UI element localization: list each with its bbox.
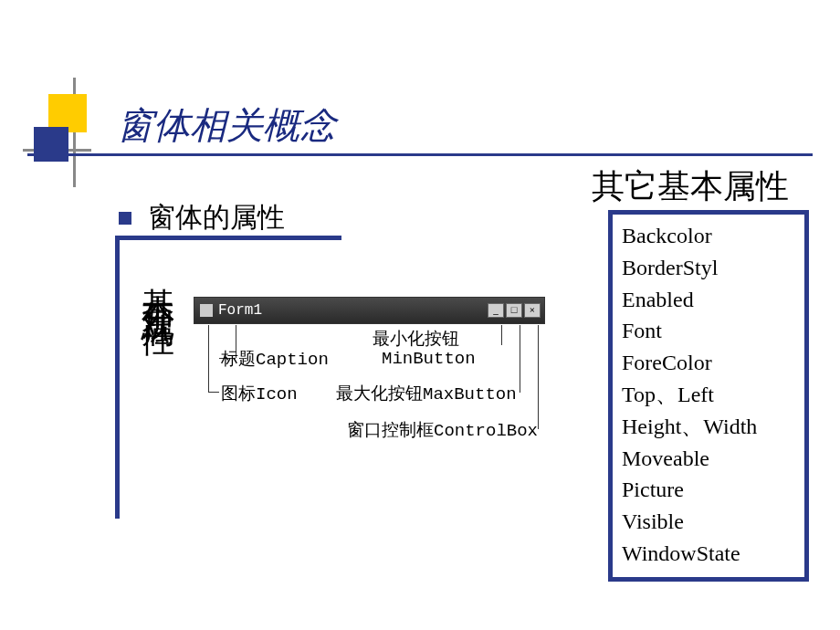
prop-top-left: Top、Left bbox=[622, 379, 795, 411]
bullet-icon bbox=[119, 212, 131, 225]
form-icon bbox=[200, 304, 213, 317]
anno-min-cn: 最小化按钮 bbox=[373, 327, 459, 351]
decor-blue-square bbox=[34, 127, 68, 162]
other-properties-heading: 其它基本属性 bbox=[592, 164, 789, 209]
prop-windowstate: WindowState bbox=[622, 538, 795, 570]
anno-line-controlbox bbox=[538, 325, 539, 429]
prop-picture: Picture bbox=[622, 474, 795, 506]
anno-line-min bbox=[501, 325, 502, 345]
minimize-button[interactable]: _ bbox=[488, 303, 504, 318]
prop-height-width: Height、Width bbox=[622, 411, 795, 443]
form-titlebar-left: Form1 bbox=[198, 302, 262, 319]
subtitle-vertical-line bbox=[115, 236, 120, 519]
anno-caption: 标题Caption bbox=[221, 347, 329, 371]
subtitle-row: 窗体的属性 bbox=[119, 199, 285, 236]
prop-forecolor: ForeColor bbox=[622, 347, 795, 379]
prop-backcolor: Backcolor bbox=[622, 220, 795, 252]
subtitle-text: 窗体的属性 bbox=[148, 199, 285, 236]
anno-controlbox: 窗口控制框ControlBox bbox=[347, 418, 538, 442]
prop-visible: Visible bbox=[622, 506, 795, 538]
form-window: Form1 _ □ × bbox=[194, 297, 545, 324]
prop-enabled: Enabled bbox=[622, 284, 795, 316]
anno-line-icon bbox=[208, 325, 209, 392]
anno-line-max bbox=[520, 325, 520, 393]
form-titlebar: Form1 _ □ × bbox=[194, 298, 544, 323]
anno-line-icon-h bbox=[208, 392, 219, 393]
anno-min-en: MinButton bbox=[382, 349, 476, 369]
form-title-text: Form1 bbox=[218, 302, 262, 319]
maximize-button[interactable]: □ bbox=[506, 303, 522, 318]
basic-appearance-label: 基本外观属性 bbox=[135, 261, 180, 305]
prop-borderstyle: BorderStyl bbox=[622, 252, 795, 284]
slide-title: 窗体相关概念 bbox=[117, 100, 336, 151]
prop-font: Font bbox=[622, 315, 795, 347]
title-underline bbox=[27, 153, 813, 156]
anno-icon: 图标Icon bbox=[221, 382, 298, 405]
slide-corner-decoration bbox=[23, 78, 96, 187]
anno-max: 最大化按钮MaxButton bbox=[336, 382, 517, 405]
prop-moveable: Moveable bbox=[622, 443, 795, 475]
subtitle-underline bbox=[115, 236, 341, 240]
property-list-box: Backcolor BorderStyl Enabled Font ForeCo… bbox=[608, 210, 809, 582]
close-button[interactable]: × bbox=[524, 303, 541, 318]
form-window-controls: _ □ × bbox=[488, 303, 541, 318]
